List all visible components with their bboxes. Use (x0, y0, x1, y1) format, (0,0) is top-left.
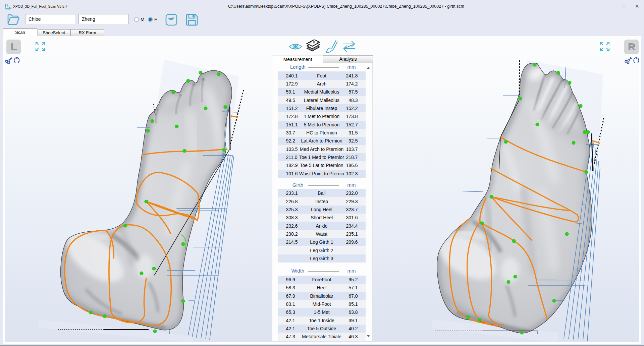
svg-text:XPOD: XPOD (6, 8, 10, 10)
